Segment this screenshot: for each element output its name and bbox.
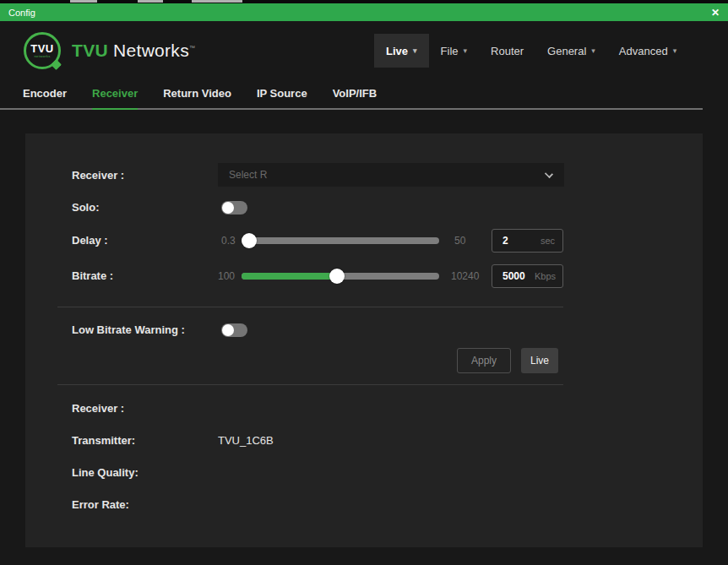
delay-label: Delay : [72, 234, 108, 247]
bitrate-value-box: Kbps [492, 264, 563, 288]
low-bitrate-warning-label: Low Bitrate Warning : [72, 323, 185, 336]
logo-tail [51, 59, 62, 70]
delay-unit: sec [541, 236, 555, 246]
chevron-down-icon: ▾ [673, 47, 677, 55]
chevron-down-icon: ▾ [464, 47, 468, 55]
receiver-settings-panel: Receiver : Select R Solo: Delay : 0.3 50… [25, 133, 703, 547]
brand-name: TVU Networks™ [72, 41, 195, 61]
nav-item-general[interactable]: General ▾ [535, 34, 607, 68]
header: TVU networks TVU Networks™ Live ▾ File ▾… [0, 21, 728, 87]
nav-label: Router [491, 45, 524, 57]
close-icon[interactable]: ✕ [711, 8, 720, 18]
slider-knob[interactable] [329, 269, 345, 284]
live-button[interactable]: Live [521, 348, 558, 373]
bitrate-unit: Kbps [535, 271, 556, 281]
tab-encoder[interactable]: Encoder [23, 87, 67, 110]
nav-item-router[interactable]: Router [479, 34, 535, 68]
tab-voip-ifb[interactable]: VoIP/IFB [333, 87, 377, 110]
chevron-down-icon: ▾ [413, 47, 417, 55]
tab-ip-source[interactable]: IP Source [257, 87, 307, 110]
delay-max: 50 [454, 235, 465, 247]
slider-fill [242, 273, 337, 280]
delay-slider[interactable] [242, 233, 439, 248]
chevron-down-icon [545, 170, 553, 178]
trademark-mark: ™ [189, 45, 195, 51]
window-title: Config [8, 8, 35, 18]
solo-label: Solo: [72, 201, 100, 214]
nav-label: Live [386, 45, 408, 57]
bitrate-value-input[interactable] [503, 270, 535, 282]
brand-name-green: TVU [72, 41, 108, 60]
bitrate-slider[interactable] [242, 269, 439, 284]
divider [57, 384, 563, 385]
nav-label: General [547, 45, 586, 57]
tab-return-video[interactable]: Return Video [163, 87, 231, 110]
clipped-text-fragment [138, 0, 163, 3]
bitrate-min: 100 [218, 270, 235, 282]
toggle-knob [222, 324, 234, 336]
delay-min: 0.3 [221, 235, 236, 247]
low-bitrate-warning-toggle[interactable] [221, 323, 247, 337]
apply-button[interactable]: Apply [457, 348, 511, 373]
status-receiver-label: Receiver : [72, 402, 124, 415]
chevron-down-icon: ▾ [591, 47, 595, 55]
status-transmitter-value: TVU_1C6B [218, 434, 274, 447]
nav-label: Advanced [619, 45, 668, 57]
receiver-select-dropdown[interactable]: Select R [218, 163, 564, 187]
slider-track [242, 237, 439, 244]
delay-value-input[interactable] [503, 235, 535, 247]
status-transmitter-label: Transmitter: [72, 434, 135, 447]
solo-toggle[interactable] [221, 201, 247, 215]
clipped-text-fragment [192, 0, 242, 3]
tvu-logo: TVU networks TVU Networks™ [24, 32, 195, 69]
divider [57, 307, 563, 307]
main-nav: Live ▾ File ▾ Router General ▾ Advanced … [374, 34, 688, 68]
clipped-text-fragment [70, 0, 97, 3]
nav-item-file[interactable]: File ▾ [429, 34, 479, 68]
bitrate-max: 10240 [451, 270, 479, 282]
tab-receiver[interactable]: Receiver [92, 87, 138, 110]
logo-circle-subtext: networks [34, 54, 50, 59]
nav-label: File [441, 45, 459, 57]
status-error-rate-label: Error Rate: [72, 498, 129, 511]
logo-circle-text: TVU [30, 43, 54, 54]
dropdown-placeholder: Select R [218, 169, 267, 181]
brand-name-white: Networks [113, 41, 189, 60]
status-line-quality-label: Line Quality: [72, 466, 139, 479]
nav-item-live[interactable]: Live ▾ [374, 34, 429, 68]
bitrate-label: Bitrate : [72, 269, 113, 282]
section-tabs: Encoder Receiver Return Video IP Source … [0, 87, 703, 110]
nav-item-advanced[interactable]: Advanced ▾ [607, 34, 688, 68]
slider-knob[interactable] [242, 233, 257, 248]
receiver-select-label: Receiver : [72, 169, 124, 182]
delay-value-box: sec [492, 229, 563, 253]
config-titlebar: Config ✕ [0, 3, 728, 21]
toggle-knob [222, 202, 234, 214]
tvu-logo-icon: TVU networks [24, 32, 61, 69]
